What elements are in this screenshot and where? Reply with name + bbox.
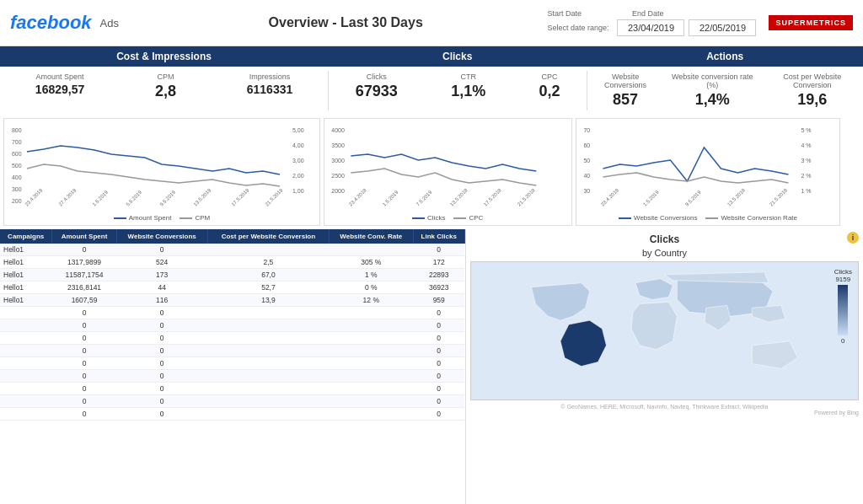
amount-spent-kpi: Amount Spent 16829,57 (32, 71, 88, 110)
clicks-chart: 4000 3500 3000 2500 2000 23.4.2019 1.5.2… (324, 118, 572, 226)
table-cell (330, 370, 413, 383)
svg-text:13.5.2019: 13.5.2019 (192, 187, 212, 207)
table-cell (207, 244, 329, 256)
table-cell: Hello1 (0, 281, 52, 294)
table-cell: 1 % (330, 269, 413, 281)
end-date-input[interactable] (689, 19, 756, 36)
table-cell: 0 (116, 345, 207, 357)
svg-text:17.5.2019: 17.5.2019 (483, 187, 503, 207)
map-legend: Clicks 9159 0 (834, 268, 852, 345)
table-cell: 0 (52, 395, 116, 408)
website-conversions-legend-line (619, 217, 631, 219)
svg-text:13.5.2019: 13.5.2019 (726, 187, 746, 207)
table-row: 000 (0, 319, 464, 332)
col-cost-per-conv: Cost per Website Conversion (207, 229, 329, 244)
clicks-header: Clicks (328, 46, 587, 67)
select-date-range-label: Select date range: (547, 24, 608, 32)
cpc-kpi: CPC 0,2 (536, 71, 564, 110)
table-cell: 0 (116, 357, 207, 370)
svg-text:60: 60 (583, 142, 590, 148)
table-cell: 0 (52, 370, 116, 383)
table-row: Hello12316,81414452,70 %36923 (0, 281, 464, 294)
svg-text:5,00: 5,00 (292, 127, 304, 133)
cost-impressions-header: Cost & Impressions (0, 46, 328, 67)
table-cell (0, 395, 52, 408)
map-footer: © GeoNames, HERE, Microsoft, Navinfo, Na… (470, 404, 859, 410)
table-cell: 0 (413, 332, 464, 345)
cpc-label: CPC (539, 72, 560, 81)
cpm-label: CPM (155, 72, 176, 81)
ctr-label: CTR (451, 72, 485, 81)
section-headers: Cost & Impressions Clicks Actions (0, 46, 863, 67)
svg-text:800: 800 (12, 127, 22, 133)
table-cell (207, 319, 329, 332)
website-conv-rate-legend: Website Conversion Rate (705, 214, 797, 222)
clicks-label: Clicks (356, 72, 398, 81)
cpm-legend-line (180, 217, 192, 219)
svg-text:300: 300 (12, 186, 22, 192)
end-date-label: End Date (632, 9, 664, 18)
cpm-value: 2,8 (155, 83, 176, 100)
table-cell (207, 408, 329, 421)
svg-text:3500: 3500 (331, 142, 345, 148)
clicks-legend-label: Clicks (427, 214, 445, 222)
table-cell (207, 332, 329, 345)
col-campaigns: Campaigns (0, 229, 52, 244)
table-cell: 0 (116, 395, 207, 408)
table-row: Hello11607,5911613,912 %959 (0, 294, 464, 307)
ctr-kpi: CTR 1,1% (448, 71, 489, 110)
table-cell (0, 307, 52, 319)
bottom-section: Campaigns Amount Spent Website Conversio… (0, 229, 863, 504)
clicks-legend-line (412, 217, 425, 219)
map-title: Clicks (470, 233, 859, 245)
table-cell: 0 (413, 345, 464, 357)
svg-text:9.5.2019: 9.5.2019 (158, 189, 176, 206)
table-cell: 0 (116, 332, 207, 345)
table-cell (207, 307, 329, 319)
table-cell: 13,9 (207, 294, 329, 307)
clicks-value: 67933 (356, 83, 398, 100)
col-link-clicks: Link Clicks (413, 229, 464, 244)
svg-text:700: 700 (12, 139, 22, 145)
table-cell: 0 (116, 383, 207, 395)
svg-text:30: 30 (583, 188, 590, 194)
table-cell: 0 (413, 357, 464, 370)
clicks-kpi-group: Clicks 67933 CTR 1,1% CPC 0,2 (328, 71, 587, 110)
svg-text:200: 200 (12, 198, 22, 204)
table-cell: 0 (413, 319, 464, 332)
clicks-chart-legend: Clicks CPC (328, 214, 568, 222)
table-cell (330, 408, 413, 421)
cost-kpi-group: Amount Spent 16829,57 CPM 2,8 Impression… (0, 71, 328, 110)
svg-text:3000: 3000 (331, 158, 345, 164)
charts-row: 800 700 600 500 400 300 200 5,00 4,00 3,… (0, 115, 863, 229)
svg-text:23.4.2019: 23.4.2019 (348, 187, 368, 207)
start-date-input[interactable] (617, 19, 684, 36)
table-body: Hello1000Hello11317,98995242,5305 %172He… (0, 244, 464, 421)
table-cell: 0 (413, 307, 464, 319)
svg-text:70: 70 (583, 127, 590, 133)
table-cell: 0 (52, 345, 116, 357)
table-cell: Hello1 (0, 244, 52, 256)
table-cell: 52,7 (207, 281, 329, 294)
cost-chart: 800 700 600 500 400 300 200 5,00 4,00 3,… (3, 118, 320, 226)
table-cell (0, 319, 52, 332)
website-conv-rate-value: 1,4% (667, 91, 758, 109)
table-cell: 0 (52, 357, 116, 370)
table-cell: 0 (52, 307, 116, 319)
svg-text:1.5.2019: 1.5.2019 (91, 189, 109, 206)
table-cell (0, 383, 52, 395)
svg-text:500: 500 (12, 163, 22, 169)
table-cell: 11587,1754 (52, 269, 116, 281)
map-container: i Clicks by Country (466, 229, 863, 504)
amount-spent-legend-line (114, 217, 126, 219)
map-legend-title: Clicks (834, 268, 852, 276)
info-icon[interactable]: i (847, 232, 859, 244)
campaigns-table-container[interactable]: Campaigns Amount Spent Website Conversio… (0, 229, 466, 504)
col-website-conversions: Website Conversions (116, 229, 207, 244)
table-row: 000 (0, 307, 464, 319)
impressions-kpi: Impressions 6116331 (244, 71, 297, 110)
table-cell: 959 (413, 294, 464, 307)
table-cell: Hello1 (0, 256, 52, 269)
cost-chart-legend: Amount Spent CPM (8, 214, 316, 222)
cost-per-conv-value: 19,6 (765, 91, 860, 109)
